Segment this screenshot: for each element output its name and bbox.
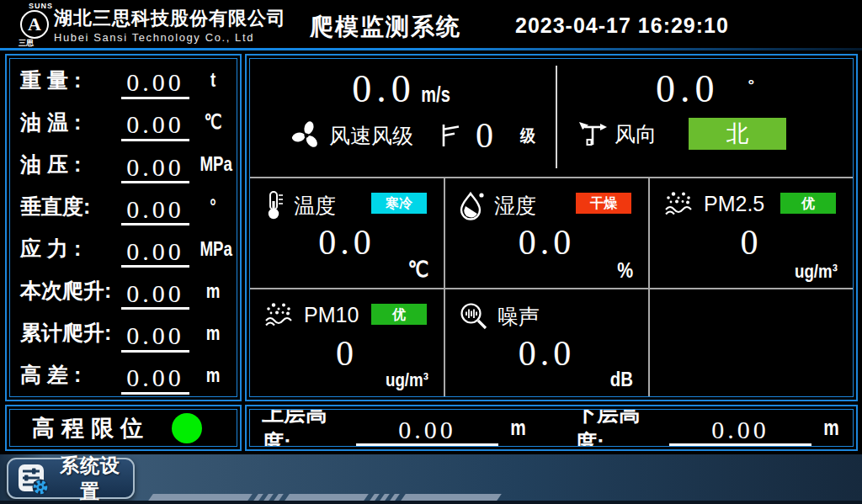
logo-circle-icon: A (20, 10, 49, 39)
wind-level-barb-icon (439, 122, 460, 149)
metric-row-weight: 重 量 : 0.00 t (10, 59, 237, 101)
sensor-unit: ug/m³ (795, 261, 838, 283)
sensor-value: 0 (650, 222, 853, 263)
metric-value: 0.00 (121, 322, 189, 353)
settings-button-label: 系统设置 (56, 453, 125, 504)
dust-particles-icon (263, 301, 295, 328)
sensor-cell-noise: 噪声 0.0 dB (445, 289, 648, 396)
wind-level-value: 0 (476, 118, 493, 153)
fan-icon (290, 119, 322, 151)
datetime-display: 2023-04-17 16:29:10 (515, 13, 729, 38)
wind-speed-value: 0.0 (352, 69, 416, 109)
footer-bottom-strip (0, 501, 862, 504)
wind-speed-unit: m/s (421, 82, 450, 107)
sensor-unit: dB (610, 368, 633, 391)
sensor-name: PM10 (304, 303, 359, 327)
metric-label: 累计爬升: (20, 319, 120, 347)
metric-value: 0.00 (121, 280, 189, 310)
metric-unit: MPa (200, 237, 226, 261)
metric-unit: MPa (200, 152, 226, 176)
sensor-grid: 温度 寒冷 0.0 ℃ (250, 177, 853, 396)
wind-vane-icon (577, 119, 608, 148)
wind-direction-button[interactable]: 北 (689, 118, 786, 150)
metric-label: 本次爬升: (20, 277, 120, 305)
metric-unit: m (200, 321, 226, 345)
sensor-name: 噪声 (498, 303, 540, 331)
company-name-en: Hubei Sansi Technology Co., Ltd (54, 31, 286, 44)
wind-direction-unit: ° (748, 76, 754, 94)
upper-height-value: 0.00 (356, 416, 498, 447)
wind-direction-block: 0.0 ° 风向 (557, 59, 853, 177)
metric-unit: m (200, 279, 226, 303)
climbing-formwork-monitor-screen: SUNS A 三思 湖北三思科技股份有限公司 Hubei Sansi Techn… (0, 0, 862, 504)
metric-label: 高 差 : (20, 361, 120, 389)
elevation-limit-status-indicator (172, 413, 202, 443)
upper-height-unit: m (510, 415, 526, 441)
company-name-block: 湖北三思科技股份有限公司 Hubei Sansi Technology Co.,… (54, 8, 286, 44)
wind-speed-label: 风速风级 (329, 122, 413, 150)
environment-panel: 0.0 m/s 风速风级 (245, 54, 858, 401)
sensor-cell-empty (650, 289, 853, 396)
water-drop-icon (459, 190, 486, 220)
upper-height-label: 上层高度: (262, 409, 356, 447)
metric-label: 油 压 : (20, 151, 120, 178)
wind-direction-value: 0.0 (656, 69, 720, 109)
logo-suns-text: SUNS (29, 2, 53, 10)
lower-height-value: 0.00 (669, 416, 811, 447)
footer-decorative-stripe (147, 494, 503, 501)
metric-label: 油 温 : (20, 109, 120, 136)
sensor-name: 温度 (294, 192, 336, 220)
metric-row-height-diff: 高 差 : 0.00 m (10, 354, 237, 396)
metric-row-verticality: 垂直度: 0.00 ° (10, 185, 237, 227)
metric-label: 应 力 : (20, 235, 120, 263)
lower-height-label: 下层高度: (575, 409, 669, 447)
lower-height-field: 下层高度: 0.00 m (575, 409, 841, 447)
level-heights-panel: 上层高度: 0.00 m 下层高度: 0.00 m (245, 405, 858, 451)
sensor-cell-pm25: PM2.5 优 0 ug/m³ (650, 178, 853, 288)
metrics-panel: 重 量 : 0.00 t 油 温 : 0.00 ℃ 油 压 : 0.00 MPa… (5, 54, 242, 401)
upper-height-field: 上层高度: 0.00 m (262, 409, 528, 447)
metric-row-oil-pressure: 油 压 : 0.00 MPa (10, 143, 237, 185)
humidity-status-badge: 干燥 (576, 193, 631, 214)
sensor-value: 0 (250, 333, 444, 374)
metric-value: 0.00 (121, 364, 189, 395)
logo-letter: A (28, 15, 41, 34)
wind-speed-block: 0.0 m/s 风速风级 (250, 59, 556, 177)
elevation-limit-panel: 高程限位 (5, 405, 242, 451)
metric-label: 垂直度: (20, 193, 120, 220)
header-divider (0, 48, 862, 50)
metric-unit: ° (200, 194, 226, 218)
lower-height-unit: m (823, 415, 839, 441)
temperature-status-badge: 寒冷 (371, 193, 427, 214)
metric-row-oil-temp: 油 温 : 0.00 ℃ (10, 101, 237, 143)
settings-sliders-gear-icon (17, 463, 49, 495)
sensor-unit: ℃ (407, 257, 428, 283)
metric-unit: ℃ (200, 110, 226, 134)
metric-value: 0.00 (121, 111, 189, 141)
metric-value: 0.00 (121, 196, 189, 226)
sensor-cell-pm10: PM10 优 0 ug/m³ (250, 289, 444, 396)
header: SUNS A 三思 湖北三思科技股份有限公司 Hubei Sansi Techn… (0, 0, 862, 48)
footer-bar: 系统设置 (0, 454, 862, 504)
sensor-unit: % (617, 258, 633, 283)
sensor-name: 湿度 (494, 192, 536, 220)
wind-direction-label: 风向 (615, 120, 657, 148)
metric-row-total-climb: 累计爬升: 0.00 m (10, 312, 237, 354)
wind-level-unit: 级 (520, 125, 535, 146)
noise-magnifier-icon (459, 301, 489, 332)
sensor-cell-humidity: 湿度 干燥 0.0 % (445, 178, 648, 288)
metric-unit: m (200, 363, 226, 387)
sensor-value: 0.0 (445, 222, 648, 263)
metric-value: 0.00 (121, 154, 189, 184)
metric-unit: t (200, 68, 226, 92)
thermometer-icon (263, 190, 285, 220)
system-settings-button[interactable]: 系统设置 (7, 458, 135, 499)
metric-value: 0.00 (121, 238, 189, 268)
metric-row-current-climb: 本次爬升: 0.00 m (10, 270, 237, 312)
pm25-status-badge: 优 (780, 193, 836, 214)
page-title: 爬模监测系统 (297, 11, 474, 43)
metric-label: 重 量 : (20, 66, 120, 94)
metric-row-stress: 应 力 : 0.00 MPa (10, 228, 237, 270)
sensor-unit: ug/m³ (386, 369, 428, 391)
sensor-name: PM2.5 (704, 192, 764, 216)
